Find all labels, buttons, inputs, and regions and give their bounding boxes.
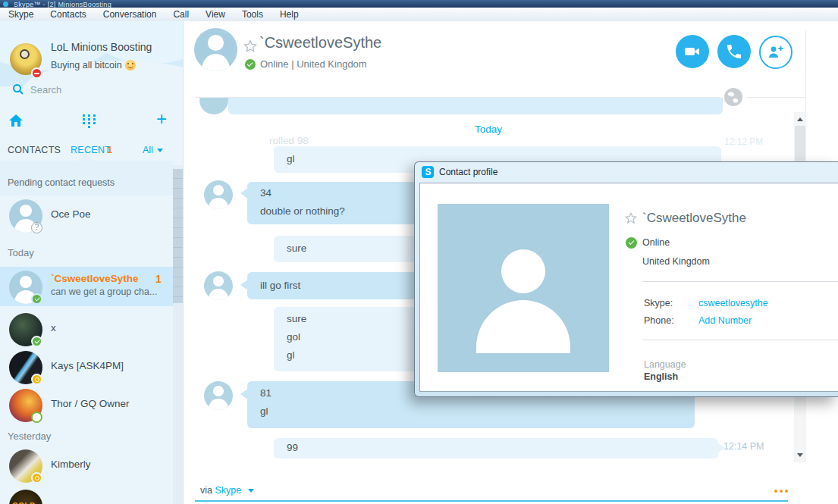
my-mood-message[interactable]: Buying all bitcoin (51, 60, 136, 70)
skype-logo-icon (3, 2, 8, 7)
menu-tools[interactable]: Tools (234, 8, 271, 21)
message-text: sure (287, 313, 306, 324)
smiley-emoticon-icon (125, 60, 136, 70)
chat-footer: via Skype (184, 464, 806, 504)
message-text: gl (260, 405, 268, 417)
contact-row-kays[interactable]: Kays [ASK4PM] (0, 349, 173, 389)
contact-name: Thor / GQ Owner (51, 398, 130, 409)
bubble-tail (240, 389, 248, 399)
window-titlebar[interactable]: Skype™ - [2] MinionsBoosting (0, 0, 838, 8)
message-text: 81 (260, 387, 271, 399)
sidebar-scrollbar[interactable] (173, 165, 183, 504)
search-icon (12, 83, 24, 95)
scroll-down-arrow-icon[interactable] (797, 453, 803, 457)
recent-unread-badge: 1 (107, 144, 112, 155)
message-bubble-partial (228, 98, 723, 114)
via-skype-dropdown[interactable]: via Skype (200, 485, 254, 496)
language-value: English (644, 371, 678, 382)
contact-row-kimberly[interactable]: Kimberly (0, 448, 173, 487)
profile-avatar (438, 204, 609, 372)
contact-name: Kays [ASK4PM] (51, 360, 124, 371)
menu-skype[interactable]: Skype (0, 8, 42, 21)
scroll-up-arrow-icon[interactable] (797, 117, 803, 121)
offline-status-icon (31, 412, 42, 423)
popup-titlebar[interactable]: Contact profile (415, 162, 838, 183)
faded-message: rolled 98 (269, 135, 309, 146)
section-header-today: Today (8, 247, 34, 258)
menu-contacts[interactable]: Contacts (42, 8, 94, 21)
menu-call[interactable]: Call (165, 8, 197, 21)
chat-contact-name: `CsweetloveSythe (259, 34, 381, 52)
away-status-icon (31, 472, 42, 484)
contact-profile-window: Contact profile `CsweetloveSythe Online … (414, 161, 838, 397)
pending-requests-panel[interactable]: Pending contact requests (0, 161, 173, 196)
filter-label: All (143, 145, 153, 155)
skype-logo-icon (422, 166, 434, 178)
avatar (199, 98, 228, 114)
menu-bar: Skype Contacts Conversation Call View To… (0, 8, 838, 22)
add-number-link[interactable]: Add Number (698, 315, 752, 326)
menu-conversation[interactable]: Conversation (95, 8, 165, 21)
message-text: double or nothing? (260, 205, 345, 217)
bubble-tail (240, 280, 248, 290)
phone-field-label: Phone: (644, 315, 674, 326)
add-person-icon (767, 43, 785, 61)
skype-field-label: Skype: (644, 298, 673, 308)
tab-contacts[interactable]: CONTACTS (8, 145, 61, 155)
divider (642, 340, 838, 340)
unread-count-badge: 1 (155, 273, 162, 285)
dialpad-icon[interactable] (83, 114, 96, 130)
popup-title: Contact profile (439, 167, 497, 177)
via-label: via (200, 485, 212, 496)
add-participant-button[interactable] (759, 36, 792, 69)
filter-dropdown[interactable]: All (143, 145, 163, 155)
favorite-star-icon[interactable] (243, 39, 257, 53)
avatar (204, 271, 233, 300)
via-channel-link[interactable]: Skype (215, 485, 241, 496)
contact-name: `CsweetloveSythe (51, 273, 139, 284)
message-text: 34 (260, 187, 271, 199)
my-profile-name[interactable]: LoL Minions Boosting (51, 41, 152, 53)
contact-name: Oce Poe (51, 208, 91, 220)
avatar: GOLD (9, 490, 42, 504)
message-text: 99 (287, 442, 298, 453)
sidebar-nav: + (0, 112, 173, 132)
popup-content: `CsweetloveSythe Online United Kingdom S… (419, 183, 838, 392)
contact-row-csweetlovesythe[interactable]: `CsweetloveSythe 1 can we get a group ch… (0, 267, 173, 306)
scrollbar-thumb[interactable] (173, 169, 183, 303)
contact-row-gold[interactable]: GOLD (0, 488, 173, 504)
mood-text: Buying all bitcoin (51, 60, 122, 70)
today-divider: Today (184, 124, 793, 135)
voice-call-button[interactable] (717, 35, 751, 68)
scrollbar-thumb[interactable] (795, 126, 805, 161)
chat-contact-avatar[interactable] (194, 28, 237, 71)
menu-view[interactable]: View (197, 8, 234, 21)
home-icon[interactable] (8, 114, 24, 127)
section-header-yesterday: Yesterday (8, 430, 51, 442)
message-text: ill go first (260, 280, 300, 291)
away-status-icon (31, 374, 42, 385)
message-text: gl (287, 349, 295, 361)
menu-help[interactable]: Help (271, 8, 307, 21)
favorite-star-icon[interactable] (625, 212, 637, 224)
search-placeholder: Search (30, 84, 61, 95)
add-contact-plus-icon[interactable]: + (156, 110, 167, 128)
contact-row-x[interactable]: x (0, 311, 173, 351)
contact-row-thor[interactable]: Thor / GQ Owner (0, 387, 173, 427)
divider (642, 281, 838, 282)
contact-row-oce-poe[interactable]: ? Oce Poe (0, 198, 173, 237)
contact-name: x (51, 322, 56, 333)
message-text: sure (287, 243, 306, 254)
skype-username-link[interactable]: csweetlovesythe (698, 298, 768, 308)
profile-location: United Kingdom (642, 256, 710, 267)
search-field[interactable]: Search (0, 80, 173, 100)
language-label: Language (644, 359, 686, 370)
more-options-button[interactable] (774, 490, 789, 493)
avatar (204, 381, 233, 410)
video-call-button[interactable] (676, 35, 709, 68)
online-status-icon (245, 59, 256, 70)
profile-presence: Online (642, 237, 670, 248)
faded-timestamp: 12:12 PM (724, 136, 763, 147)
message-timestamp: 12:14 PM (723, 441, 764, 452)
chevron-down-icon (157, 149, 163, 152)
